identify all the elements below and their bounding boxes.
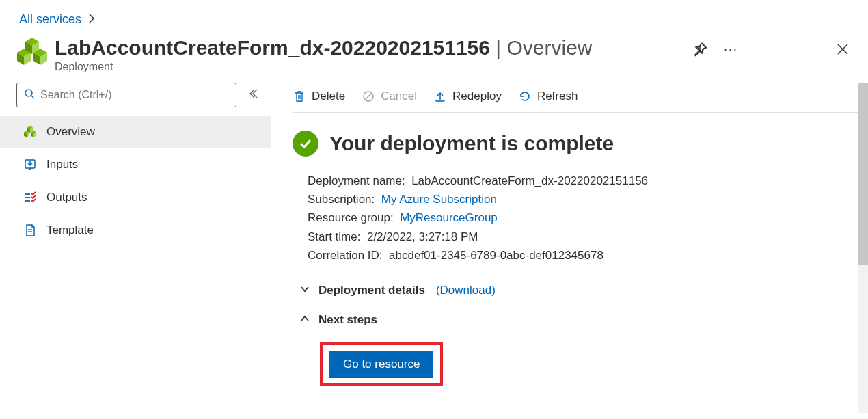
- sidebar-item-label: Outputs: [46, 191, 87, 204]
- chevron-down-icon: [299, 284, 310, 298]
- status-heading: Your deployment is complete: [329, 132, 614, 155]
- sidebar-item-label: Template: [46, 224, 94, 237]
- sidebar-item-outputs[interactable]: Outputs: [16, 181, 271, 214]
- sidebar-item-template[interactable]: Template: [16, 214, 271, 247]
- subscription-label: Subscription:: [308, 190, 375, 208]
- resource-group-label: Resource group:: [308, 208, 394, 227]
- success-check-icon: [293, 131, 318, 157]
- deployment-name-label: Deployment name:: [308, 172, 405, 190]
- deployment-name-value: LabAccountCreateForm_dx-20220202151156: [411, 174, 648, 187]
- collapse-sidebar-icon[interactable]: [247, 88, 264, 102]
- page-header: LabAccountCreateForm_dx-20220202151156 |…: [0, 33, 868, 83]
- pin-icon[interactable]: [692, 42, 707, 57]
- inputs-icon: [23, 158, 37, 172]
- cubes-icon: [23, 125, 37, 139]
- sidebar: Overview Inputs Outputs Template: [0, 83, 271, 413]
- search-icon: [24, 88, 35, 102]
- page-title: LabAccountCreateForm_dx-20220202151156 |…: [55, 36, 692, 59]
- delete-button[interactable]: Delete: [293, 90, 345, 103]
- main-content: Delete Cancel Redeploy Refresh: [271, 83, 868, 413]
- deployment-cubes-icon: [16, 36, 48, 68]
- sidebar-item-overview[interactable]: Overview: [0, 116, 271, 148]
- next-steps-toggle[interactable]: Next steps: [299, 313, 858, 327]
- breadcrumb: All services: [0, 0, 868, 33]
- svg-line-10: [31, 96, 34, 98]
- chevron-right-icon: [88, 14, 95, 25]
- template-icon: [23, 224, 37, 237]
- search-input[interactable]: [40, 89, 229, 101]
- svg-point-9: [25, 90, 32, 96]
- go-to-resource-button[interactable]: Go to resource: [329, 351, 433, 378]
- refresh-icon: [518, 90, 532, 103]
- search-input-container[interactable]: [16, 83, 236, 107]
- start-time-label: Start time:: [308, 228, 360, 246]
- redeploy-icon: [433, 90, 447, 103]
- page-subtitle: Deployment: [55, 61, 692, 73]
- scrollbar-thumb[interactable]: [858, 83, 868, 265]
- sidebar-item-inputs[interactable]: Inputs: [16, 148, 271, 181]
- deployment-details-block: Deployment name: LabAccountCreateForm_dx…: [308, 172, 858, 265]
- outputs-icon: [23, 191, 37, 204]
- svg-line-29: [365, 93, 372, 100]
- breadcrumb-all-services[interactable]: All services: [19, 12, 81, 27]
- scrollbar[interactable]: [858, 83, 868, 413]
- deployment-name: LabAccountCreateForm_dx-20220202151156: [55, 36, 490, 59]
- correlation-id-value: abcdef01-2345-6789-0abc-def012345678: [389, 249, 603, 262]
- status-row: Your deployment is complete: [293, 131, 858, 157]
- start-time-value: 2/2/2022, 3:27:18 PM: [367, 230, 478, 243]
- refresh-button[interactable]: Refresh: [518, 90, 578, 103]
- correlation-id-label: Correlation ID:: [308, 246, 383, 265]
- more-icon[interactable]: ···: [724, 42, 738, 57]
- cancel-icon: [362, 90, 375, 103]
- resource-group-link[interactable]: MyResourceGroup: [400, 211, 498, 224]
- subscription-link[interactable]: My Azure Subscription: [381, 193, 497, 206]
- cancel-button: Cancel: [362, 90, 417, 103]
- download-link[interactable]: (Download): [436, 284, 496, 297]
- sidebar-item-label: Inputs: [46, 158, 78, 172]
- close-icon[interactable]: [837, 43, 849, 55]
- title-suffix: | Overview: [490, 36, 593, 59]
- delete-icon: [293, 90, 306, 103]
- toolbar: Delete Cancel Redeploy Refresh: [293, 83, 858, 113]
- redeploy-button[interactable]: Redeploy: [433, 90, 502, 103]
- sidebar-item-label: Overview: [46, 125, 95, 139]
- highlight-annotation: Go to resource: [320, 342, 443, 386]
- chevron-up-icon: [299, 313, 310, 327]
- deployment-details-toggle[interactable]: Deployment details (Download): [299, 284, 858, 298]
